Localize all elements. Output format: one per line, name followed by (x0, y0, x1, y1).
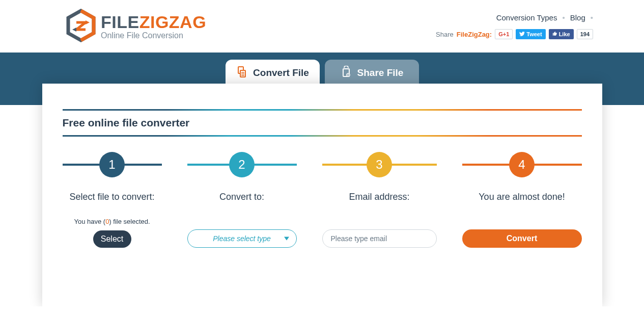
share-label: Share (436, 31, 454, 38)
select-file-button[interactable]: Select (93, 230, 131, 248)
share-brand: FileZigZag: (457, 31, 492, 38)
step-1-number: 1 (108, 158, 115, 172)
step-2-circle: 2 (229, 152, 255, 177)
logo-text: FILEZIGZAG (101, 13, 206, 31)
tab-share-file[interactable]: Share File (325, 60, 419, 86)
svg-rect-7 (348, 74, 349, 75)
step-3-number: 3 (376, 158, 382, 172)
step-1-circle: 1 (99, 152, 125, 177)
step-3-circle: 3 (367, 152, 392, 177)
step-2-number: 2 (238, 158, 245, 172)
share-bar: Share FileZigZag: G+1 Tweet Like 194 (436, 29, 593, 39)
step-3: 3 Email address: (322, 152, 437, 248)
header: FILEZIGZAG Online File Conversion Conver… (0, 0, 644, 53)
steps-row: 1 Select file to convert: You have (0) f… (63, 152, 582, 248)
logo-hex-icon (66, 6, 96, 47)
step-4-circle: 4 (509, 152, 535, 177)
facebook-like-count: 194 (577, 29, 593, 39)
chevron-down-icon (284, 237, 289, 241)
step-4: 4 You are almost done! Convert (462, 152, 582, 248)
document-arrows-icon (236, 66, 248, 81)
logo-text-file: FILE (101, 12, 139, 32)
logo-text-zigzag: ZIGZAG (139, 12, 206, 32)
step-4-number: 4 (518, 158, 525, 172)
tweet-label: Tweet (526, 31, 542, 37)
step-3-title: Email address: (322, 192, 437, 202)
convert-type-select[interactable]: Please select type (187, 229, 297, 248)
convert-button[interactable]: Convert (462, 229, 582, 248)
nav-separator: • (562, 13, 565, 22)
step-1-title: Select file to convert: (63, 192, 162, 202)
svg-marker-1 (86, 20, 90, 24)
document-cloud-icon (340, 66, 352, 81)
step-1-sub-after: ) file selected. (109, 218, 150, 225)
step-1-sub-before: You have ( (74, 218, 105, 225)
panel-title: Free online file converter (63, 111, 582, 135)
nav-blog[interactable]: Blog (570, 13, 585, 22)
tab-convert-label: Convert File (253, 67, 309, 79)
google-plus-icon: G+1 (498, 31, 509, 37)
nav-separator: • (591, 13, 593, 22)
step-1-subtext: You have (0) file selected. (63, 218, 162, 225)
logo-subtitle: Online File Conversion (101, 32, 206, 40)
step-2-title: Convert to: (187, 192, 297, 202)
tab-convert-file[interactable]: Convert File (226, 60, 320, 86)
tab-share-label: Share File (357, 67, 404, 79)
fblike-label: Like (559, 31, 570, 37)
tweet-button[interactable]: Tweet (516, 29, 545, 39)
main-panel: Free online file converter 1 Select file… (42, 84, 602, 306)
facebook-like-button[interactable]: Like (549, 29, 574, 39)
google-plus-button[interactable]: G+1 (495, 29, 513, 39)
tabs: Convert File Share File (226, 60, 419, 86)
nav-links: Conversion Types • Blog • (496, 13, 593, 22)
thumbs-up-icon (552, 31, 557, 37)
step-2: 2 Convert to: Please select type (187, 152, 297, 248)
rainbow-divider (63, 135, 582, 137)
nav-conversion-types[interactable]: Conversion Types (496, 13, 557, 22)
header-right: Conversion Types • Blog • Share FileZigZ… (436, 13, 593, 39)
step-4-title: You are almost done! (462, 192, 582, 202)
twitter-bird-icon (519, 31, 525, 37)
convert-type-placeholder: Please select type (213, 234, 271, 243)
logo[interactable]: FILEZIGZAG Online File Conversion (66, 6, 206, 47)
svg-marker-2 (72, 28, 76, 32)
step-1: 1 Select file to convert: You have (0) f… (63, 152, 162, 248)
email-input[interactable] (322, 229, 437, 248)
